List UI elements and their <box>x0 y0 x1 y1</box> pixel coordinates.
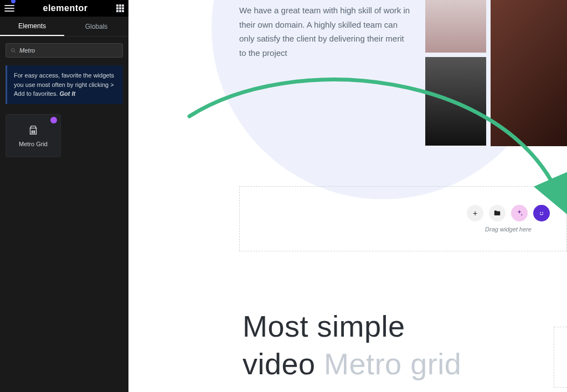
search-input[interactable] <box>19 47 118 54</box>
svg-point-5 <box>34 132 35 133</box>
empty-section-dropzone[interactable]: + Drag widget here <box>239 186 567 251</box>
widget-metro-grid[interactable]: Metro Grid <box>6 114 61 157</box>
sidebar-tabs: Elements Globals <box>0 17 128 37</box>
section-headline: Most simple video Metro grid <box>243 308 461 383</box>
template-library-button[interactable] <box>489 205 506 221</box>
metro-grid-icon <box>27 124 39 136</box>
tab-globals[interactable]: Globals <box>64 17 128 36</box>
add-section-button[interactable]: + <box>467 205 483 221</box>
plus-icon: + <box>473 209 477 218</box>
elementor-sidebar: elementor Elements Globals For easy acce… <box>0 0 128 392</box>
intro-paragraph: We have a great team with high skill of … <box>239 3 411 60</box>
theme-builder-button[interactable] <box>533 205 550 221</box>
photo-top-left <box>425 0 486 53</box>
headline-line2a: video <box>243 347 324 380</box>
svg-line-1 <box>14 51 16 53</box>
editor-canvas: We have a great team with high skill of … <box>128 0 567 392</box>
photo-bottom-left <box>425 57 486 146</box>
svg-point-8 <box>542 212 543 213</box>
sparkle-icon <box>516 209 523 217</box>
apps-icon[interactable] <box>116 4 124 12</box>
svg-point-0 <box>11 48 14 51</box>
svg-point-6 <box>538 209 545 216</box>
widget-pro-badge <box>50 117 57 123</box>
ai-button[interactable] <box>511 205 528 221</box>
dropzone-buttons: + <box>467 205 550 221</box>
notification-dot <box>11 0 16 3</box>
tip-got-it[interactable]: Got It <box>60 90 76 97</box>
right-partial-dropzone <box>554 327 567 388</box>
svg-point-3 <box>34 130 35 131</box>
svg-point-2 <box>32 130 33 131</box>
tab-elements[interactable]: Elements <box>0 17 64 36</box>
svg-point-7 <box>540 212 541 213</box>
photo-right <box>491 0 567 146</box>
search-box[interactable] <box>6 43 123 58</box>
dropzone-hint: Drag widget here <box>485 226 532 233</box>
smile-icon <box>537 209 546 218</box>
search-row <box>0 37 128 62</box>
folder-icon <box>493 209 501 217</box>
favorites-tip: For easy access, favorite the widgets yo… <box>6 65 123 104</box>
brand-logo: elementor <box>43 3 88 13</box>
search-icon <box>11 48 16 54</box>
widget-label: Metro Grid <box>19 141 48 147</box>
headline-muted: Metro grid <box>324 347 461 380</box>
team-photos <box>425 0 567 146</box>
svg-point-4 <box>32 132 33 133</box>
headline-line1: Most simple <box>243 310 405 343</box>
menu-icon[interactable] <box>4 5 14 12</box>
sidebar-header: elementor <box>0 0 128 17</box>
